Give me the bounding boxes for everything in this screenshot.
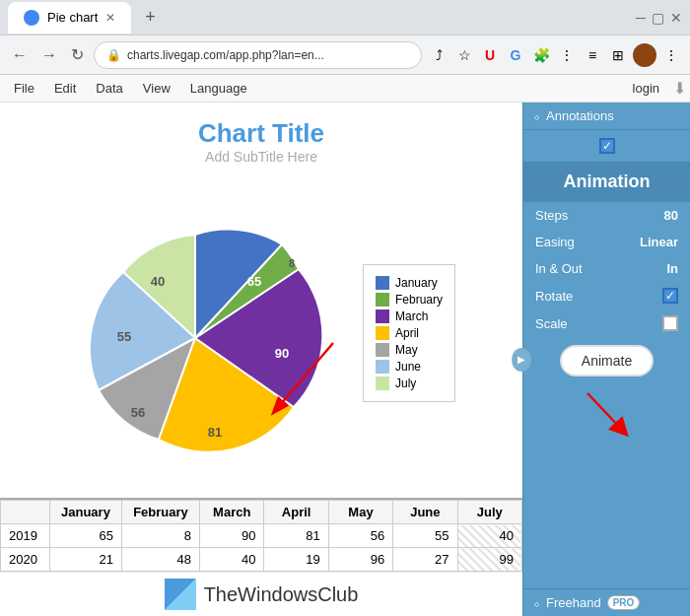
profile-avatar[interactable] xyxy=(633,43,656,67)
tab-title: Pie chart xyxy=(47,10,98,25)
watermark-text: TheWindowsClub xyxy=(204,583,359,606)
animate-button[interactable]: Animate xyxy=(560,345,654,376)
easing-row: Easing Linear xyxy=(523,229,690,255)
col-header-march: March xyxy=(200,501,264,524)
legend-item-march: March xyxy=(376,309,443,323)
tab-grid-icon[interactable]: ⊞ xyxy=(607,44,629,66)
in-out-label: In & Out xyxy=(535,261,583,276)
browser-titlebar: Pie chart ✕ + ─ ▢ ✕ xyxy=(0,0,690,35)
animation-checkbox[interactable]: ✓ xyxy=(599,138,615,154)
menu-file[interactable]: File xyxy=(4,77,44,100)
cell-2020-jun: 27 xyxy=(393,548,457,572)
puzzle-icon[interactable]: 🧩 xyxy=(530,44,552,66)
svg-text:40: 40 xyxy=(151,274,165,289)
menu-icon[interactable]: ⋮ xyxy=(556,44,578,66)
in-out-value: In xyxy=(666,261,678,276)
annotations-expand-icon: ⬦ xyxy=(533,109,540,123)
menu-edit[interactable]: Edit xyxy=(44,77,86,100)
address-bar[interactable]: 🔒 charts.livegap.com/app.php?lan=en... xyxy=(94,41,422,69)
cell-2019-jun: 55 xyxy=(393,524,457,548)
rotate-label: Rotate xyxy=(535,289,573,304)
scale-checkbox[interactable] xyxy=(662,315,678,331)
extension-icon[interactable]: ≡ xyxy=(582,44,603,66)
cell-2020-jul: 99 xyxy=(457,548,521,572)
col-header-july: July xyxy=(457,501,521,524)
cell-2020-feb: 48 xyxy=(121,548,199,572)
watermark-icon xyxy=(165,579,196,610)
data-table-area: January February March April May June Ju… xyxy=(0,498,522,616)
legend-color-april xyxy=(376,326,389,340)
rotate-checkbox[interactable]: ✓ xyxy=(662,288,678,304)
main-area: Chart Title Add SubTitle Here 40 55 xyxy=(0,103,690,616)
legend-color-may xyxy=(376,343,389,357)
app-menubar: File Edit Data View Language login ⬇ xyxy=(0,75,690,103)
cell-2020-jan: 21 xyxy=(50,548,122,572)
address-text: charts.livegap.com/app.php?lan=en... xyxy=(127,48,324,62)
col-header-february: February xyxy=(121,501,199,524)
pie-chart[interactable]: 40 55 56 81 90 8 xyxy=(67,215,343,451)
new-tab-button[interactable]: + xyxy=(139,7,162,28)
ublock-icon[interactable]: U xyxy=(479,44,501,66)
tab-close-button[interactable]: ✕ xyxy=(105,11,115,25)
legend-label-july: July xyxy=(395,376,416,390)
g-icon[interactable]: G xyxy=(505,44,526,66)
svg-text:90: 90 xyxy=(275,346,289,361)
legend-color-march xyxy=(376,309,389,323)
row-year-2020: 2020 xyxy=(1,548,50,572)
browser-toolbar: ← → ↻ 🔒 charts.livegap.com/app.php?lan=e… xyxy=(0,35,690,75)
col-header-may: May xyxy=(328,501,392,524)
data-table: January February March April May June Ju… xyxy=(0,500,522,572)
annotations-label: Annotations xyxy=(546,108,614,123)
cell-2019-jan: 65 xyxy=(50,524,122,548)
refresh-button[interactable]: ↻ xyxy=(67,41,88,68)
maximize-button[interactable]: ▢ xyxy=(652,10,664,26)
menu-data[interactable]: Data xyxy=(86,77,132,100)
chart-area: Chart Title Add SubTitle Here 40 55 xyxy=(0,103,522,616)
legend-item-january: January xyxy=(376,276,443,290)
steps-value: 80 xyxy=(664,208,678,223)
legend-item-july: July xyxy=(376,376,443,390)
freehand-expand-icon: ⬦ xyxy=(533,596,540,610)
svg-text:65: 65 xyxy=(247,274,261,289)
star-icon[interactable]: ☆ xyxy=(453,44,475,66)
rotate-row: Rotate ✓ xyxy=(523,282,690,309)
share-icon[interactable]: ⤴ xyxy=(428,44,449,66)
cell-2020-apr: 19 xyxy=(264,548,328,572)
svg-text:8: 8 xyxy=(289,257,295,269)
login-link[interactable]: login xyxy=(623,77,669,100)
legend-color-january xyxy=(376,276,389,290)
minimize-button[interactable]: ─ xyxy=(636,10,646,26)
collapse-panel-button[interactable]: ▶ xyxy=(512,348,531,372)
cell-2020-may: 96 xyxy=(328,548,392,572)
steps-row: Steps 80 xyxy=(523,202,690,229)
active-tab[interactable]: Pie chart ✕ xyxy=(8,2,131,34)
cell-2019-feb: 8 xyxy=(121,524,199,548)
legend-label-may: May xyxy=(395,343,418,357)
col-header-june: June xyxy=(393,501,457,524)
pro-badge: PRO xyxy=(607,595,641,610)
easing-value: Linear xyxy=(640,235,678,249)
animation-header: Animation xyxy=(523,162,690,202)
forward-button[interactable]: → xyxy=(37,42,61,68)
cell-2019-jul: 40 xyxy=(457,524,521,548)
red-arrow-svg xyxy=(578,388,637,438)
annotations-section-header[interactable]: ⬦ Annotations xyxy=(523,103,690,130)
more-options-icon[interactable]: ⋮ xyxy=(660,44,682,66)
back-button[interactable]: ← xyxy=(8,42,32,68)
animation-checkbox-area: ✓ xyxy=(523,130,690,162)
scale-row: Scale xyxy=(523,309,690,337)
legend-label-march: March xyxy=(395,309,428,323)
toolbar-icons: ⤴ ☆ U G 🧩 ⋮ ≡ ⊞ ⋮ xyxy=(428,43,682,67)
close-window-button[interactable]: ✕ xyxy=(670,10,682,26)
menu-language[interactable]: Language xyxy=(180,77,257,100)
menu-view[interactable]: View xyxy=(133,77,180,100)
arrow-annotation xyxy=(523,384,690,442)
table-row-2020: 2020 21 48 40 19 96 27 99 xyxy=(1,548,522,572)
watermark: TheWindowsClub xyxy=(0,572,522,616)
row-year-2019: 2019 xyxy=(1,524,50,548)
chart-title: Chart Title xyxy=(0,118,522,149)
pie-svg: 40 55 56 81 90 8 xyxy=(67,215,343,451)
easing-label: Easing xyxy=(535,235,575,249)
freehand-section[interactable]: ⬦ Freehand PRO xyxy=(523,588,690,616)
scroll-down-indicator: ⬇ xyxy=(673,79,686,98)
